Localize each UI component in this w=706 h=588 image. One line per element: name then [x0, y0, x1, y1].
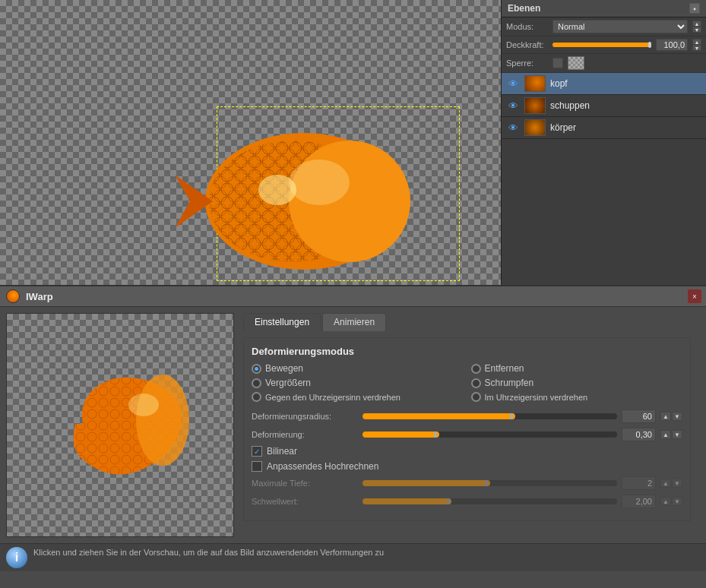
modus-spinner[interactable]: ▲ ▼ — [692, 21, 701, 33]
layers-panel: Ebenen ▪ Modus: Normal ▲ ▼ Deckkraft: 10… — [501, 0, 706, 285]
sperre-checkbox[interactable] — [552, 58, 563, 68]
deformierungsradius-up[interactable]: ▲ — [660, 412, 671, 421]
deformierungsradius-value: 60 — [622, 409, 656, 423]
deckkraft-slider[interactable] — [552, 43, 651, 47]
layer-name-kopf: kopf — [550, 78, 568, 89]
radio-entfernen[interactable]: Entfernen — [471, 363, 683, 374]
layer-item-kopf[interactable]: 👁 kopf — [502, 73, 706, 95]
radio-im-label: Im Uhrzeigersinn verdrehen — [485, 393, 588, 402]
layer-item-schuppen[interactable]: 👁 schuppen — [502, 95, 706, 117]
radio-schrumpfen-label: Schrumpfen — [485, 378, 534, 388]
iwarp-dialog: IWarp × — [0, 285, 706, 571]
anpassendes-label: Anpassendes Hochrechnen — [267, 461, 378, 472]
bilinear-label: Bilinear — [267, 446, 297, 457]
deformierungsradius-down[interactable]: ▼ — [672, 412, 682, 421]
radio-vergroessern[interactable]: Vergrößern — [252, 378, 464, 388]
radio-vergroessern-label: Vergrößern — [265, 378, 311, 388]
svg-point-12 — [128, 394, 159, 416]
deckkraft-spinner[interactable]: ▲ ▼ — [692, 39, 701, 51]
fish-canvas — [152, 114, 410, 285]
svg-point-5 — [258, 175, 296, 205]
iwarp-right-panel: Einstellungen Animieren Deformierungsmod… — [234, 313, 700, 537]
schwellwert-down: ▼ — [672, 497, 682, 506]
bilinear-checkbox[interactable]: ✓ — [252, 446, 262, 457]
iwarp-tab-content: Deformierungsmodus Bewegen Entfernen V — [243, 337, 691, 521]
bilinear-row[interactable]: ✓ Bilinear — [252, 446, 682, 457]
status-icon: i — [6, 547, 27, 568]
iwarp-titlebar: IWarp × — [0, 286, 706, 307]
layers-panel-title: Ebenen — [508, 3, 540, 14]
maximale-tiefe-down: ▼ — [672, 479, 682, 488]
radio-entfernen-dot[interactable] — [471, 364, 481, 374]
deformierung-spinner[interactable]: ▲ ▼ — [660, 430, 682, 439]
schwellwert-label: Schwellwert: — [252, 497, 358, 506]
layer-name-korper: körper — [550, 122, 576, 133]
deformierung-value: 0,30 — [622, 428, 656, 441]
iwarp-preview[interactable] — [6, 313, 234, 537]
deformierung-slider[interactable] — [362, 432, 617, 438]
iwarp-body: Einstellungen Animieren Deformierungsmod… — [0, 307, 706, 543]
iwarp-close-button[interactable]: × — [688, 289, 701, 303]
layer-eye-schuppen[interactable]: 👁 — [506, 100, 520, 111]
layers-close-button[interactable]: ▪ — [689, 3, 700, 14]
radio-entfernen-label: Entfernen — [485, 363, 524, 374]
iwarp-tabs: Einstellungen Animieren — [243, 313, 691, 331]
deckkraft-down[interactable]: ▼ — [692, 45, 701, 51]
schwellwert-row: Schwellwert: 2,00 ▲ ▼ — [252, 495, 682, 508]
maximale-tiefe-value: 2 — [622, 476, 656, 490]
anpassendes-checkbox[interactable] — [252, 461, 262, 472]
tab-einstellungen[interactable]: Einstellungen — [243, 313, 321, 331]
radio-gegen-dot[interactable] — [252, 392, 261, 402]
modus-down[interactable]: ▼ — [692, 27, 701, 33]
layer-thumb-korper — [524, 119, 546, 136]
radio-im-dot[interactable] — [471, 392, 481, 402]
deformierungsmodus-title: Deformierungsmodus — [252, 346, 682, 357]
sperre-label: Sperre: — [506, 58, 548, 68]
schwellwert-value: 2,00 — [622, 495, 656, 508]
maximale-tiefe-spinner: ▲ ▼ — [660, 479, 682, 488]
modus-select[interactable]: Normal — [552, 20, 688, 33]
maximale-tiefe-up: ▲ — [660, 479, 671, 488]
deckkraft-row: Deckkraft: 100,0 ▲ ▼ — [502, 36, 706, 54]
iwarp-title-icon — [6, 289, 20, 303]
sperre-row: Sperre: — [502, 54, 706, 73]
deformierung-down[interactable]: ▼ — [672, 430, 682, 439]
deformierungsradius-slider[interactable] — [362, 413, 617, 419]
maximale-tiefe-label: Maximale Tiefe: — [252, 479, 358, 488]
deformierungsradius-spinner[interactable]: ▲ ▼ — [660, 412, 682, 421]
modus-label: Modus: — [506, 22, 548, 31]
maximale-tiefe-slider — [362, 480, 617, 486]
deformierung-label: Deformierung: — [252, 430, 358, 439]
deformierung-row: Deformierung: 0,30 ▲ ▼ — [252, 428, 682, 441]
radio-schrumpfen-dot[interactable] — [471, 378, 481, 388]
svg-point-11 — [136, 375, 189, 466]
deformierungsradius-row: Deformierungsradius: 60 ▲ ▼ — [252, 409, 682, 423]
layer-thumb-schuppen — [524, 97, 546, 114]
radio-gegen-uhrzeiger[interactable]: Gegen den Uhrzeigersinn verdrehen — [252, 392, 464, 402]
maximale-tiefe-row: Maximale Tiefe: 2 ▲ ▼ — [252, 476, 682, 490]
modus-up[interactable]: ▲ — [692, 21, 701, 27]
modus-row: Modus: Normal ▲ ▼ — [502, 17, 706, 36]
deckkraft-up[interactable]: ▲ — [692, 39, 701, 45]
radio-vergroessern-dot[interactable] — [252, 378, 261, 388]
iwarp-fish-preview — [52, 352, 197, 496]
layer-thumb-kopf — [524, 75, 546, 92]
radio-schrumpfen[interactable]: Schrumpfen — [471, 378, 683, 388]
iwarp-status: i Klicken und ziehen Sie in der Vorschau… — [0, 543, 706, 571]
deformierung-up[interactable]: ▲ — [660, 430, 671, 439]
schwellwert-up: ▲ — [660, 497, 671, 506]
radio-bewegen[interactable]: Bewegen — [252, 363, 464, 374]
layer-eye-korper[interactable]: 👁 — [506, 122, 520, 133]
tab-animieren[interactable]: Animieren — [322, 313, 386, 331]
layer-item-korper[interactable]: 👁 körper — [502, 117, 706, 139]
radio-im-uhrzeiger[interactable]: Im Uhrzeigersinn verdrehen — [471, 392, 683, 402]
layer-eye-kopf[interactable]: 👁 — [506, 78, 520, 89]
anpassendes-row[interactable]: Anpassendes Hochrechnen — [252, 461, 682, 472]
layer-name-schuppen: schuppen — [550, 100, 590, 111]
canvas-area[interactable] — [0, 0, 501, 285]
deckkraft-label: Deckkraft: — [506, 40, 548, 49]
schwellwert-slider — [362, 498, 617, 504]
radio-bewegen-dot[interactable] — [252, 364, 261, 374]
radio-bewegen-label: Bewegen — [265, 363, 303, 374]
radio-group: Bewegen Entfernen Vergrößern Schrumpfen — [252, 363, 682, 402]
